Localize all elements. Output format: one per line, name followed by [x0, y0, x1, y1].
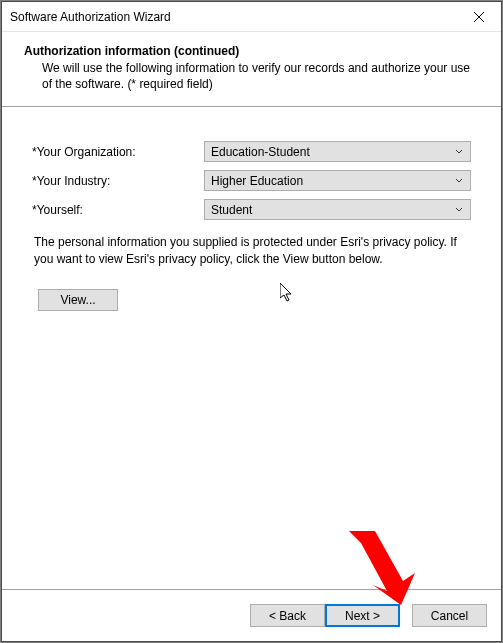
organization-value: Education-Student: [211, 145, 452, 159]
view-button[interactable]: View...: [38, 289, 118, 311]
organization-select[interactable]: Education-Student: [204, 141, 471, 162]
industry-label: *Your Industry:: [32, 174, 204, 188]
row-yourself: *Yourself: Student: [32, 199, 471, 220]
content-area: *Your Organization: Education-Student *Y…: [2, 107, 501, 589]
industry-value: Higher Education: [211, 174, 452, 188]
row-organization: *Your Organization: Education-Student: [32, 141, 471, 162]
industry-select[interactable]: Higher Education: [204, 170, 471, 191]
titlebar: Software Authorization Wizard: [2, 2, 501, 32]
back-button-label: < Back: [269, 609, 306, 623]
privacy-text: The personal information you supplied is…: [32, 234, 471, 266]
close-button[interactable]: [456, 2, 501, 31]
chevron-down-icon: [452, 178, 466, 184]
next-button-label: Next >: [345, 609, 380, 623]
heading-area: Authorization information (continued) We…: [2, 32, 501, 107]
organization-label: *Your Organization:: [32, 145, 204, 159]
cursor-icon: [280, 283, 296, 306]
svg-marker-2: [280, 283, 291, 301]
chevron-down-icon: [452, 207, 466, 213]
footer-buttons: < Back Next > Cancel: [2, 589, 501, 641]
close-icon: [474, 9, 484, 25]
cancel-button-label: Cancel: [431, 609, 468, 623]
chevron-down-icon: [452, 149, 466, 155]
yourself-value: Student: [211, 203, 452, 217]
window-title: Software Authorization Wizard: [10, 10, 456, 24]
row-industry: *Your Industry: Higher Education: [32, 170, 471, 191]
next-button[interactable]: Next >: [325, 604, 400, 627]
yourself-label: *Yourself:: [32, 203, 204, 217]
heading-description: We will use the following information to…: [24, 60, 471, 92]
cancel-button[interactable]: Cancel: [412, 604, 487, 627]
back-button[interactable]: < Back: [250, 604, 325, 627]
wizard-window: Software Authorization Wizard Authorizat…: [1, 1, 502, 642]
view-button-label: View...: [60, 293, 95, 307]
yourself-select[interactable]: Student: [204, 199, 471, 220]
heading-title: Authorization information (continued): [24, 44, 471, 58]
